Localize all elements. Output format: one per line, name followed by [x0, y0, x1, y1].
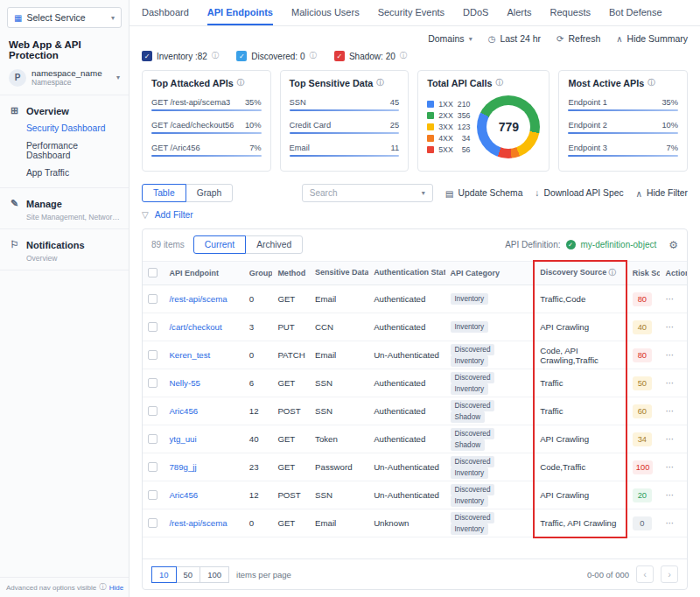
row-checkbox-cell	[143, 397, 164, 425]
download-api-spec-button[interactable]: ↓ Download API Spec	[535, 188, 623, 198]
time-range-selector[interactable]: ◷ Last 24 hr	[488, 33, 541, 44]
select-all-checkbox[interactable]	[148, 268, 158, 277]
filter-label: Discovered: 0	[251, 52, 304, 61]
current-tab[interactable]: Current	[193, 235, 246, 254]
next-page-button[interactable]: ›	[661, 565, 678, 583]
group-cell: 6	[244, 369, 273, 397]
actions-menu-icon[interactable]: ⋯	[665, 322, 675, 332]
actions-menu-icon[interactable]: ⋯	[665, 462, 675, 472]
column-header-group[interactable]: Group	[244, 261, 273, 285]
column-header-discovery-source[interactable]: Discovery Source ⓘ	[534, 261, 626, 285]
risk-score-badge: 80	[633, 348, 652, 362]
legend-item: 5XX56	[427, 145, 470, 154]
page-size-50[interactable]: 50	[176, 566, 201, 583]
column-header-method[interactable]: Method	[272, 261, 310, 285]
endpoint-link[interactable]: /cart/checkout	[169, 322, 221, 332]
endpoint-link[interactable]: /rest-api/scema	[169, 518, 227, 528]
refresh-button[interactable]: ⟳ Refresh	[556, 33, 600, 44]
archived-tab[interactable]: Archived	[245, 235, 303, 254]
api-definition-link[interactable]: my-definition-object	[581, 240, 657, 249]
row-checkbox-cell	[143, 369, 164, 397]
tab-malicious-users[interactable]: Malicious Users	[291, 0, 360, 25]
donut-legend: 1XX2102XX3563XX1234XX345XX56	[427, 100, 470, 154]
row-checkbox[interactable]	[148, 378, 158, 388]
row-checkbox[interactable]	[148, 350, 158, 360]
tab-ddos[interactable]: DDoS	[463, 0, 488, 25]
column-header-api-category[interactable]: API Category	[445, 261, 535, 285]
actions-menu-icon[interactable]: ⋯	[665, 490, 675, 500]
update-schema-button[interactable]: ▤ Update Schema	[445, 188, 523, 199]
tab-bot-defense[interactable]: Bot Defense	[609, 0, 662, 25]
service-selector[interactable]: ▦ Select Service ▾	[7, 7, 122, 28]
chevron-up-icon: ∧	[636, 188, 643, 199]
tab-requests[interactable]: Requests	[550, 0, 591, 25]
search-input[interactable]: Search ▾	[302, 184, 433, 202]
sensitive-data-cell: Email	[310, 285, 368, 313]
row-checkbox[interactable]	[148, 462, 158, 472]
info-icon: ⓘ	[606, 268, 616, 277]
column-header-risk-score[interactable]: Risk Score	[626, 261, 661, 285]
endpoint-link[interactable]: 789g_jj	[169, 462, 196, 472]
tab-dashboard[interactable]: Dashboard	[142, 0, 189, 25]
tab-api-endpoints[interactable]: API Endpoints	[207, 0, 273, 25]
namespace-selector[interactable]: P namespace_name Namespace ▾	[0, 65, 129, 95]
endpoint-link[interactable]: Aric456	[169, 406, 198, 416]
card-title: Most Active APIs	[568, 78, 644, 88]
tab-alerts[interactable]: Alerts	[507, 0, 531, 25]
refresh-icon: ⟳	[556, 34, 564, 44]
row-checkbox[interactable]	[148, 434, 158, 444]
checkbox-icon[interactable]: ✓	[334, 51, 345, 61]
row-checkbox[interactable]	[148, 294, 158, 304]
add-filter-button[interactable]: Add Filter	[155, 210, 193, 220]
endpoint-link[interactable]: Nelly-55	[169, 378, 200, 388]
hide-nav-link[interactable]: Hide	[109, 584, 123, 592]
card-item-bar	[151, 132, 262, 134]
sidebar-item-manage[interactable]: ✎ Manage	[0, 194, 129, 213]
checkbox-icon[interactable]: ✓	[236, 51, 247, 61]
endpoint-link[interactable]: ytg_uui	[169, 434, 196, 444]
tab-security-events[interactable]: Security Events	[378, 0, 444, 25]
endpoint-link[interactable]: /rest-api/scema	[169, 294, 227, 304]
endpoint-link[interactable]: Aric456	[169, 490, 198, 500]
column-header-sensitive-data[interactable]: Sensitive Data ⓘ	[310, 261, 368, 285]
gear-icon[interactable]: ⚙	[668, 239, 678, 251]
table-view-button[interactable]: Table	[142, 184, 186, 202]
legend-label: 3XX	[438, 123, 453, 131]
domains-dropdown[interactable]: Domains ▾	[428, 33, 472, 44]
column-header-authentication-state[interactable]: Authentication State ⓘ	[368, 261, 444, 285]
actions-menu-icon[interactable]: ⋯	[665, 350, 675, 360]
page-size-10[interactable]: 10	[151, 566, 177, 583]
actions-menu-icon[interactable]: ⋯	[665, 406, 675, 416]
actions-menu-icon[interactable]: ⋯	[665, 378, 675, 388]
hide-summary-button[interactable]: ∧ Hide Summary	[616, 33, 688, 44]
card-item-bar	[568, 109, 678, 111]
row-checkbox[interactable]	[148, 518, 158, 528]
row-checkbox[interactable]	[148, 322, 158, 332]
inventory-filter-inventory[interactable]: ✓Inventory :82ⓘ	[142, 51, 219, 61]
actions-menu-icon[interactable]: ⋯	[665, 294, 675, 304]
column-header-api-endpoint[interactable]: API Endpoint	[164, 261, 243, 285]
endpoint-link[interactable]: Keren_test	[169, 350, 210, 360]
column-header-actions[interactable]: Actions	[660, 261, 687, 285]
actions-menu-icon[interactable]: ⋯	[665, 434, 675, 444]
inventory-filter-shadow[interactable]: ✓Shadow: 20ⓘ	[334, 51, 407, 61]
actions-menu-icon[interactable]: ⋯	[665, 518, 675, 528]
sidebar-item-app-traffic[interactable]: App Traffic	[0, 165, 129, 182]
row-checkbox[interactable]	[148, 490, 158, 500]
checkbox-icon[interactable]: ✓	[142, 51, 152, 61]
page-size-100[interactable]: 100	[200, 566, 229, 583]
row-checkbox[interactable]	[148, 406, 158, 416]
inventory-filter-discovered[interactable]: ✓Discovered: 0ⓘ	[236, 51, 317, 61]
sidebar-item-security-dashboard[interactable]: Security Dashboard	[0, 120, 129, 137]
category-badge: Inventory	[451, 467, 489, 479]
column-header-label: Discovery Source	[540, 268, 606, 277]
hide-filter-button[interactable]: ∧ Hide Filter	[636, 188, 688, 199]
sidebar-item-overview[interactable]: ⊞ Overview	[0, 102, 129, 120]
graph-view-button[interactable]: Graph	[186, 184, 234, 202]
sidebar-item-performance-dashboard[interactable]: Performance Dashboard	[0, 137, 129, 165]
info-icon: ⓘ	[212, 51, 220, 61]
category-badge: Discovered	[451, 456, 495, 467]
sidebar-item-notifications[interactable]: ⚐ Notifications	[0, 235, 129, 254]
endpoint-cell: Nelly-55	[164, 369, 243, 397]
prev-page-button[interactable]: ‹	[636, 565, 654, 583]
